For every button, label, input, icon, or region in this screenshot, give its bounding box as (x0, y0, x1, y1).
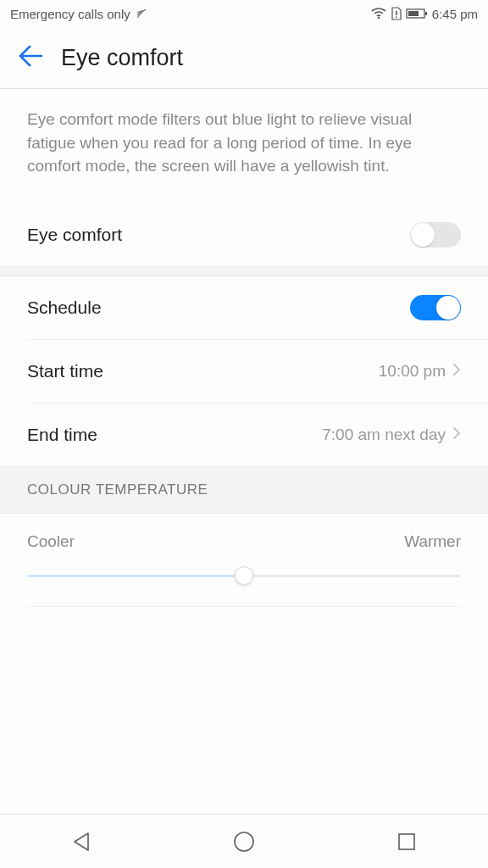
schedule-row: Schedule (0, 276, 488, 339)
svg-point-0 (378, 17, 380, 19)
svg-rect-2 (396, 17, 397, 19)
colour-temperature-header: COLOUR TEMPERATURE (0, 466, 488, 514)
cooler-label: Cooler (27, 532, 75, 551)
network-status-text: Emergency calls only (10, 7, 130, 21)
nav-back-button[interactable] (54, 821, 108, 862)
svg-rect-7 (399, 834, 414, 849)
warmer-label: Warmer (404, 532, 461, 551)
end-time-label: End time (27, 425, 97, 445)
end-time-value: 7:00 am next day (322, 426, 446, 444)
slider-fill (27, 575, 244, 577)
start-time-value: 10:00 pm (379, 362, 446, 381)
description-text: Eye comfort mode filters out blue light … (0, 89, 488, 203)
status-bar: Emergency calls only 6:45 pm (0, 0, 488, 27)
page-title: Eye comfort (61, 45, 183, 71)
schedule-toggle[interactable] (410, 295, 461, 320)
schedule-label: Schedule (27, 298, 102, 318)
end-time-row[interactable]: End time 7:00 am next day (0, 403, 488, 466)
chevron-right-icon (452, 362, 461, 381)
battery-icon (406, 8, 428, 19)
wifi-icon (371, 8, 386, 19)
nav-home-button[interactable] (217, 821, 271, 862)
chevron-right-icon (452, 426, 461, 444)
row-separator (27, 606, 461, 607)
slider-thumb[interactable] (235, 566, 253, 585)
eye-comfort-label: Eye comfort (27, 225, 122, 245)
nav-recent-button[interactable] (380, 821, 434, 862)
status-bar-right: 6:45 pm (371, 7, 478, 21)
start-time-label: Start time (27, 361, 103, 381)
back-arrow-icon[interactable] (17, 44, 42, 71)
signal-icon (136, 8, 149, 19)
start-time-row[interactable]: Start time 10:00 pm (0, 340, 488, 403)
svg-point-6 (235, 832, 253, 851)
svg-rect-4 (408, 11, 419, 16)
eye-comfort-row: Eye comfort (0, 203, 488, 266)
navigation-bar (0, 814, 488, 868)
section-gap (0, 266, 488, 276)
svg-rect-1 (396, 11, 397, 15)
status-time: 6:45 pm (432, 7, 478, 21)
temperature-slider[interactable] (27, 575, 461, 577)
status-bar-left: Emergency calls only (10, 7, 149, 21)
page-header: Eye comfort (0, 27, 488, 88)
eye-comfort-toggle[interactable] (410, 222, 461, 248)
temperature-slider-row: Cooler Warmer (0, 514, 488, 577)
sim-alert-icon (391, 7, 402, 20)
svg-rect-5 (425, 12, 427, 15)
